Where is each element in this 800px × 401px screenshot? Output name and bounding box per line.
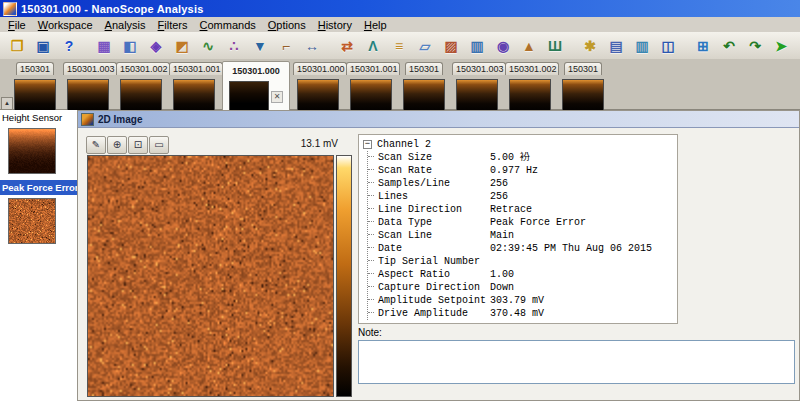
afm-image[interactable]	[87, 155, 334, 397]
tab-close-button[interactable]: ✕	[271, 91, 283, 103]
file-tab-label[interactable]: 150301.002	[116, 62, 170, 75]
width-icon[interactable]: ↔	[300, 34, 324, 58]
xy-drift-icon[interactable]: ⇄	[335, 34, 359, 58]
parameter-row: Tip Serial Number	[368, 255, 673, 268]
gaussian-filter-icon[interactable]: ◉	[491, 34, 515, 58]
undo-icon[interactable]: ↶	[717, 34, 741, 58]
parameter-row: Date02:39:45 PM Thu Aug 06 2015	[368, 242, 673, 255]
parameter-value: Down	[490, 282, 514, 293]
file-tab[interactable]: 150301.001 ✕	[169, 61, 219, 114]
channel-sidebar: Height Sensor Peak Force Error	[0, 110, 78, 401]
browse-images-icon[interactable]: ◫	[656, 34, 680, 58]
file-tab-label[interactable]: 150301	[564, 62, 602, 75]
file-tab-label[interactable]: 150301.001	[346, 62, 400, 75]
file-tab[interactable]: 150301.001 ✕	[346, 61, 396, 114]
sharpen-icon[interactable]: ▲	[517, 34, 541, 58]
menu-item[interactable]: Options	[262, 18, 312, 32]
file-tab[interactable]: 150301.003 ✕	[63, 61, 113, 114]
menu-item[interactable]: File	[2, 18, 32, 32]
file-tab-label[interactable]: 150301.002	[505, 62, 559, 75]
menu-item[interactable]: Workspace	[32, 18, 99, 32]
zoom-box-tool[interactable]: ⊡	[128, 136, 148, 154]
parameter-label: Aspect Ratio	[378, 268, 490, 281]
parameter-value: 5.00 衯	[490, 152, 530, 163]
file-tab-label[interactable]: 150301	[16, 62, 54, 75]
menu-item[interactable]: Commands	[194, 18, 262, 32]
file-tab-thumbnail[interactable]	[350, 79, 392, 114]
file-tab-thumbnail[interactable]	[14, 79, 56, 114]
save-icon[interactable]: ▣	[31, 34, 55, 58]
file-tab-thumbnail[interactable]	[67, 79, 109, 114]
file-tab-thumbnail[interactable]	[456, 79, 498, 114]
file-tab-label[interactable]: 150301.001	[169, 62, 223, 75]
file-tab-thumbnail[interactable]	[562, 79, 604, 114]
file-tab-label[interactable]: 150301.000	[293, 62, 347, 75]
note-input[interactable]	[358, 340, 795, 384]
help-icon[interactable]: ?	[57, 34, 81, 58]
tab-strip-scroll-button[interactable]: ▲	[1, 97, 13, 110]
erase-scan-lines-icon[interactable]: ▨	[439, 34, 463, 58]
3d-surface-icon[interactable]: ◈	[144, 34, 168, 58]
file-tab-thumbnail[interactable]	[120, 79, 162, 114]
report-icon[interactable]: ▤	[604, 34, 628, 58]
file-tab-label[interactable]: 150301.003	[63, 62, 117, 75]
channel-thumbnail[interactable]	[8, 128, 56, 174]
multi-image-icon[interactable]: ⊞	[691, 34, 715, 58]
file-tab[interactable]: 150301.000 ✕	[293, 61, 343, 114]
file-tab-thumbnail[interactable]	[509, 79, 551, 114]
open-file-icon[interactable]: ❒	[5, 34, 29, 58]
file-tab-thumbnail[interactable]	[173, 79, 215, 114]
parameter-row: Data TypePeak Force Error	[368, 216, 673, 229]
depth-icon[interactable]: ▼	[248, 34, 272, 58]
channel-item[interactable]: Peak Force Error	[0, 180, 77, 244]
channel-label[interactable]: Height Sensor	[0, 110, 77, 125]
parameter-label: Samples/Line	[378, 177, 490, 190]
file-tab[interactable]: 150301.002 ✕	[116, 61, 166, 114]
menu-bar: FileWorkspaceAnalysisFiltersCommandsOpti…	[0, 17, 800, 33]
file-tab[interactable]: 150301.002 ✕	[505, 61, 555, 114]
file-tab[interactable]: 150301 ✕	[558, 61, 608, 114]
file-tab[interactable]: 150301 ✕	[399, 61, 449, 114]
clean-image-icon[interactable]: ✱	[578, 34, 602, 58]
parameter-label: Scan Rate	[378, 164, 490, 177]
median-filter-icon[interactable]: ▥	[465, 34, 489, 58]
annotate-tool[interactable]: ✎	[86, 136, 106, 154]
redo-icon[interactable]: ↷	[743, 34, 767, 58]
multi-channel-icon[interactable]: ◧	[118, 34, 142, 58]
measure-tool[interactable]: ▭	[149, 136, 169, 154]
file-tab[interactable]: 150301 ✕	[10, 61, 60, 114]
flatten-icon[interactable]: ≡	[387, 34, 411, 58]
crop-split-icon[interactable]: ▦	[92, 34, 116, 58]
file-tab-label[interactable]: 150301	[405, 62, 443, 75]
file-tab[interactable]: 150301.003 ✕	[452, 61, 502, 114]
menu-item[interactable]: Help	[358, 18, 393, 32]
section-icon[interactable]: ◩	[170, 34, 194, 58]
spectrum-2d-icon[interactable]: Ш	[543, 34, 567, 58]
channel-thumbnail[interactable]	[8, 198, 56, 244]
menu-item[interactable]: Analysis	[99, 18, 152, 32]
run-analysis-icon[interactable]: ➤	[769, 34, 793, 58]
file-tab-thumbnail[interactable]	[297, 79, 339, 114]
file-tab-thumbnail[interactable]	[403, 79, 445, 114]
menu-item[interactable]: History	[312, 18, 358, 32]
roughness-icon[interactable]: ∿	[196, 34, 220, 58]
zoom-in-tool[interactable]: ⊕	[107, 136, 127, 154]
journal-icon[interactable]: ▥	[630, 34, 654, 58]
channel-item[interactable]: Height Sensor	[0, 110, 77, 174]
parameter-value: 1.00	[490, 269, 514, 280]
channel-label[interactable]: Peak Force Error	[0, 180, 77, 195]
plane-fit-icon[interactable]: ▱	[413, 34, 437, 58]
particle-analysis-icon[interactable]: ∴	[222, 34, 246, 58]
file-tab-label[interactable]: 150301.000	[229, 65, 283, 77]
app-icon	[3, 2, 17, 16]
parameter-value: 256	[490, 191, 508, 202]
collapse-toggle[interactable]: −	[363, 140, 372, 149]
parameter-label: Drive Amplitude	[378, 307, 490, 320]
file-tab-label[interactable]: 150301.003	[452, 62, 506, 75]
psd-icon[interactable]: Λ	[361, 34, 385, 58]
parameter-row: Scan Rate0.977 Hz	[368, 164, 673, 177]
image-document-window: 2D Image ✎⊕⊡▭ 13.1 mV − Channel 2 Scan S…	[77, 110, 800, 401]
menu-item[interactable]: Filters	[152, 18, 194, 32]
parameter-label: Data Type	[378, 216, 490, 229]
step-icon[interactable]: ⌐	[274, 34, 298, 58]
